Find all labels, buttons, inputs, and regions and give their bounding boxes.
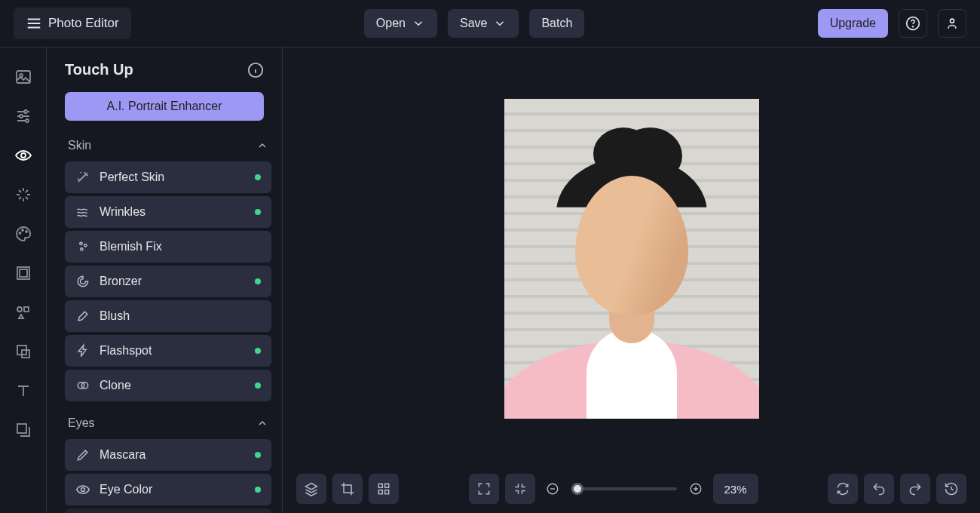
rail-overlays[interactable] (12, 340, 35, 363)
zoom-slider-track[interactable] (571, 487, 677, 490)
redo-button[interactable] (900, 474, 930, 504)
upgrade-button[interactable]: Upgrade (818, 9, 888, 38)
tool-label: Eye Color (100, 483, 246, 496)
layers-button[interactable] (296, 474, 326, 504)
top-bar: Photo Editor Open Save Batch Upgrade (0, 0, 980, 48)
dots-circle-icon (75, 239, 90, 254)
svg-point-22 (81, 248, 83, 250)
chevron-down-icon (412, 17, 425, 30)
brush-icon (75, 309, 90, 324)
svg-point-7 (26, 119, 29, 122)
svg-rect-18 (17, 424, 26, 433)
rail-artsy[interactable] (12, 223, 35, 245)
zoom-out-button[interactable] (541, 474, 564, 504)
svg-rect-15 (24, 307, 29, 312)
active-indicator (255, 452, 261, 458)
tool-wrinkles[interactable]: Wrinkles (65, 196, 271, 228)
zoom-percent-display[interactable]: 23% (713, 474, 758, 504)
minimize-icon (513, 481, 528, 496)
history-button[interactable] (936, 474, 966, 504)
panel-scroll[interactable]: Skin Perfect Skin Wrinkles Blemish Fix B… (65, 133, 282, 513)
waves-icon (75, 204, 90, 220)
svg-point-11 (26, 231, 27, 232)
bolt-icon (75, 343, 90, 358)
svg-rect-27 (385, 484, 389, 487)
crop-icon (340, 481, 355, 496)
compare-button[interactable] (828, 474, 858, 504)
account-button[interactable] (938, 9, 966, 38)
info-button[interactable] (247, 62, 264, 78)
history-icon (944, 481, 959, 496)
svg-point-2 (951, 19, 954, 23)
grid-button[interactable] (369, 474, 399, 504)
undo-icon (871, 481, 887, 496)
rail-sliders[interactable] (12, 105, 35, 127)
rail-effects[interactable] (12, 183, 35, 206)
shapes-icon (14, 303, 32, 321)
canvas-viewport[interactable] (283, 48, 980, 469)
group-label: Skin (68, 139, 91, 152)
open-button[interactable]: Open (364, 9, 437, 38)
fit-screen-button[interactable] (505, 474, 535, 504)
svg-point-5 (24, 110, 27, 113)
svg-point-24 (81, 382, 87, 389)
help-button[interactable] (899, 9, 927, 38)
ai-portrait-enhancer-button[interactable]: A.I. Portrait Enhancer (65, 92, 264, 121)
rail-textures[interactable] (12, 419, 35, 441)
zoom-in-button[interactable] (684, 474, 707, 504)
help-icon (905, 16, 920, 31)
tool-label: Wrinkles (100, 205, 246, 219)
zoom-slider-thumb[interactable] (571, 483, 583, 495)
chevron-up-icon (256, 140, 268, 152)
text-icon (14, 382, 32, 400)
group-label: Eyes (68, 416, 95, 430)
side-panel: Touch Up A.I. Portrait Enhancer Skin Per… (47, 48, 283, 513)
layers-icon (14, 421, 32, 439)
tool-label: Blush (100, 309, 261, 323)
panel-header: Touch Up (65, 61, 282, 78)
image-icon (14, 68, 32, 86)
refresh-icon (835, 481, 850, 496)
tool-eye-color[interactable]: Eye Color (65, 474, 271, 505)
tool-blemish-fix[interactable]: Blemish Fix (65, 231, 271, 263)
plus-circle-icon (689, 481, 703, 496)
app-brand-button[interactable]: Photo Editor (14, 8, 131, 39)
batch-label: Batch (541, 17, 572, 30)
svg-point-8 (21, 153, 26, 158)
tool-flashspot[interactable]: Flashspot (65, 335, 271, 367)
photo-preview[interactable] (504, 99, 759, 419)
rail-text[interactable] (12, 379, 35, 402)
group-header-eyes[interactable]: Eyes (65, 410, 271, 436)
rail-image[interactable] (12, 66, 35, 88)
svg-rect-28 (378, 490, 382, 494)
svg-rect-17 (22, 350, 29, 358)
active-indicator (255, 209, 261, 215)
eye-icon (75, 482, 90, 497)
fullscreen-button[interactable] (469, 474, 499, 504)
workspace: Touch Up A.I. Portrait Enhancer Skin Per… (0, 48, 980, 513)
tool-perfect-skin[interactable]: Perfect Skin (65, 161, 271, 193)
svg-point-10 (22, 229, 23, 231)
active-indicator (255, 487, 261, 493)
magic-wand-icon (75, 170, 90, 185)
tool-bronzer[interactable]: Bronzer (65, 266, 271, 297)
tool-item-partial[interactable] (65, 508, 271, 513)
rail-touch-up[interactable] (12, 144, 35, 167)
maximize-icon (476, 481, 492, 496)
crop-button[interactable] (332, 474, 363, 504)
tool-blush[interactable]: Blush (65, 300, 271, 332)
tool-label: Blemish Fix (100, 240, 261, 253)
undo-button[interactable] (864, 474, 894, 504)
save-button[interactable]: Save (448, 9, 519, 38)
hamburger-icon (26, 15, 42, 32)
tool-mascara[interactable]: Mascara (65, 439, 271, 471)
canvas-area: 23% (283, 48, 980, 513)
eye-icon (14, 146, 32, 164)
rail-graphics[interactable] (12, 301, 35, 324)
rail-frames[interactable] (12, 262, 35, 284)
batch-button[interactable]: Batch (529, 9, 584, 38)
active-indicator (255, 278, 261, 284)
tool-clone[interactable]: Clone (65, 370, 271, 401)
group-header-skin[interactable]: Skin (65, 133, 271, 158)
target-icon (75, 274, 90, 289)
